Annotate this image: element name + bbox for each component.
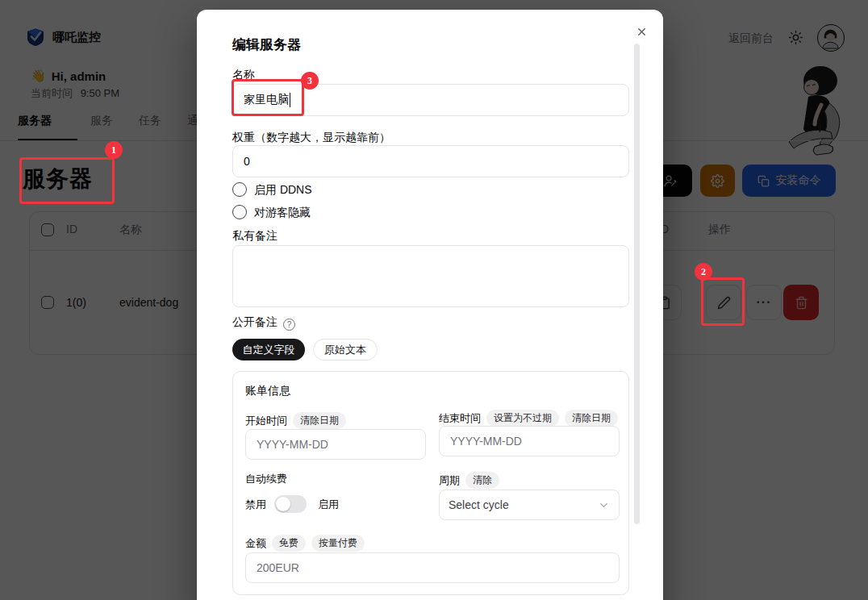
hide-from-guest-label: 对游客隐藏 xyxy=(254,206,311,220)
end-date-input[interactable] xyxy=(439,426,620,456)
cycle-label: 周期清除 xyxy=(439,472,499,489)
ddns-checkbox[interactable] xyxy=(232,182,247,197)
annotation-badge-3: 3 xyxy=(301,72,319,90)
end-time-label: 结束时间设置为不过期清除日期 xyxy=(439,410,618,427)
weight-value: 0 xyxy=(244,155,250,168)
modal-title: 编辑服务器 xyxy=(232,35,301,54)
annotation-box-3 xyxy=(232,79,304,116)
auto-renew-label: 自动续费 xyxy=(245,472,287,486)
segment-custom-fields[interactable]: 自定义字段 xyxy=(232,339,305,360)
clear-start-date-pill[interactable]: 清除日期 xyxy=(293,412,346,429)
chevron-down-icon xyxy=(598,499,610,511)
close-icon[interactable] xyxy=(632,23,650,40)
cycle-select-value: Select cycle xyxy=(449,498,509,511)
toggle-knob xyxy=(276,497,290,511)
ddns-label: 启用 DDNS xyxy=(254,183,312,198)
amount-label: 金额免费按量付费 xyxy=(245,535,365,552)
start-date-input[interactable] xyxy=(245,429,426,460)
annotation-badge-1: 1 xyxy=(105,141,123,159)
toggle-off-label: 禁用 xyxy=(245,498,266,512)
public-note-label: 公开备注? xyxy=(232,315,295,331)
hide-from-guest-checkbox[interactable] xyxy=(232,205,247,219)
annotation-box-2 xyxy=(701,277,745,326)
annotation-badge-2: 2 xyxy=(695,263,712,281)
segment-raw-text[interactable]: 原始文本 xyxy=(313,339,378,360)
private-note-label: 私有备注 xyxy=(232,229,278,244)
never-expire-pill[interactable]: 设置为不过期 xyxy=(486,410,559,427)
billing-title: 账单信息 xyxy=(245,384,290,398)
clear-cycle-pill[interactable]: 清除 xyxy=(465,472,499,489)
start-time-label: 开始时间清除日期 xyxy=(245,412,346,429)
metered-pill[interactable]: 按量付费 xyxy=(311,535,365,552)
toggle-on-label: 启用 xyxy=(318,498,339,512)
auto-renew-toggle[interactable] xyxy=(274,495,307,513)
amount-input[interactable] xyxy=(245,552,620,583)
free-pill[interactable]: 免费 xyxy=(272,535,306,552)
weight-input[interactable]: 0 xyxy=(232,145,629,177)
clear-end-date-pill[interactable]: 清除日期 xyxy=(565,410,618,427)
help-icon[interactable]: ? xyxy=(283,319,295,331)
weight-label: 权重（数字越大，显示越靠前） xyxy=(232,131,390,145)
modal-scrollbar[interactable] xyxy=(634,44,640,524)
app-screen: 哪吒监控 👋 Hi, admin 当前时间 9:50 PM 返回前台 xyxy=(0,0,868,600)
annotation-box-1 xyxy=(19,157,115,204)
private-note-textarea[interactable] xyxy=(232,245,629,307)
cycle-select[interactable]: Select cycle xyxy=(439,490,620,520)
